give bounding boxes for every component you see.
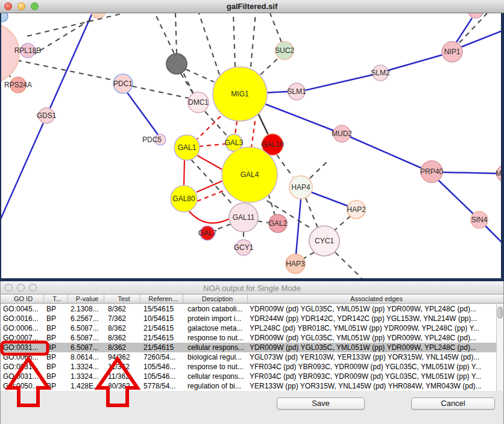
node-gray[interactable] (166, 54, 187, 74)
edge (251, 121, 255, 148)
table-row[interactable]: GO:0065...BP8.0614...94/3627260/54...bio… (1, 352, 496, 362)
node-top-peach[interactable] (91, 13, 106, 18)
cell-test: 8/362 (104, 343, 140, 352)
column-header-description[interactable]: Desciption (183, 295, 248, 304)
noa-titlebar: NOA output for Single Mode (1, 281, 503, 295)
table-header: GO ID T... P-value Test Referen... Desci… (1, 295, 503, 304)
node-circle[interactable] (468, 13, 484, 18)
cell-description: cellular respons... (183, 372, 248, 381)
cell-go-id: GO:0031... (1, 343, 44, 352)
node-circle[interactable] (166, 54, 187, 74)
cell-reference: 5778/54... (140, 381, 183, 391)
node-dmc1[interactable]: DMC1 (188, 92, 209, 113)
table-row[interactable]: GO:0016...BP6.2567...7/36210/54615protei… (1, 314, 496, 323)
cell-test: 80/362 (104, 381, 140, 391)
cell-p-value: 6.5087... (68, 333, 104, 343)
node-slm1[interactable]: SLM1 (287, 83, 306, 100)
cell-type: BP (44, 372, 68, 381)
node-label: SIN4 (471, 216, 488, 224)
node-label: RPS24A (4, 81, 32, 89)
cell-type: BP (44, 304, 68, 314)
save-button[interactable]: Save (277, 398, 365, 410)
node-gal80[interactable]: GAL80 (171, 186, 197, 212)
edge (311, 192, 348, 206)
node-mig1[interactable]: MIG1 (213, 67, 267, 121)
node-gds1[interactable]: GDS1 (37, 108, 57, 123)
scrollbar-thumb[interactable] (497, 307, 503, 319)
node-gal7[interactable]: GAL7 (198, 226, 217, 240)
column-header-test[interactable]: Test (104, 295, 140, 304)
cell-description: regulation of bi... (183, 381, 248, 391)
node-gcy1[interactable]: GCY1 (234, 240, 254, 255)
node-suc2[interactable]: SUC2 (275, 42, 294, 60)
table-row[interactable]: GO:0050...BP1.428E...80/3625778/54...reg… (1, 381, 496, 391)
node-label: PRP40 (420, 167, 443, 176)
network-canvas[interactable]: RPL18BRPS24AGDS1PDC1PDC5DMC1MIG1SUC2SLM1… (0, 13, 504, 278)
cell-type: BP (44, 314, 68, 323)
cancel-button[interactable]: Cancel (411, 398, 495, 410)
table-row[interactable]: GO:0045...BP2.1308...8/36215/54615carbon… (1, 304, 496, 314)
edge (270, 13, 282, 42)
node-cyc1[interactable]: CYC1 (309, 226, 339, 256)
node-nip1[interactable]: NIP1 (442, 42, 462, 62)
table-row[interactable]: GO:0007...BP6.5087...8/36221/54615respon… (1, 333, 496, 343)
table-row[interactable]: GO:0031...BP1.3324...11/362105/546...res… (1, 362, 496, 372)
column-header-p-value[interactable]: P-value (68, 295, 104, 304)
cell-p-value: 6.2567... (68, 314, 104, 323)
cell-associated-edges: YPL248C (pd) YBR018C, YML051W (pp) YDR00… (248, 323, 495, 333)
node-hap4[interactable]: HAP4 (289, 176, 312, 199)
node-label: RPL18B (14, 46, 42, 55)
node-gal4[interactable]: GAL4 (222, 147, 277, 202)
edge (235, 121, 237, 134)
table-row[interactable]: GO:0031...BP6.5087...8/36221/54615cellul… (1, 343, 496, 352)
table-scrollbar[interactable] (496, 304, 503, 391)
column-header-go-id[interactable]: GO ID (1, 295, 44, 304)
cell-type: BP (44, 323, 68, 333)
node-pdc1[interactable]: PDC1 (113, 74, 133, 93)
node-prp40[interactable]: PRP40 (420, 161, 443, 182)
edge (461, 30, 504, 47)
column-header-type[interactable]: T... (44, 295, 68, 304)
cell-go-id: GO:0031... (1, 362, 44, 372)
node-circle[interactable] (0, 13, 8, 22)
network-window-titlebar: galFiltered.sif (0, 0, 504, 13)
node-circle[interactable] (91, 13, 106, 18)
edge (438, 180, 473, 214)
node-pdc5[interactable]: PDC5 (142, 134, 166, 145)
node-label: GAL10 (261, 140, 284, 149)
node-hap3[interactable]: HAP3 (286, 254, 305, 273)
column-header-associated-edges[interactable]: Associated edges (248, 295, 503, 304)
node-corner-blue[interactable] (0, 13, 8, 22)
node-gal2[interactable]: GAL2 (269, 214, 288, 232)
node-slm2[interactable]: SLM2 (371, 65, 390, 81)
node-sin4[interactable]: SIN4 (471, 211, 488, 228)
node-label: DMC1 (188, 98, 209, 107)
edge (277, 155, 293, 177)
node-label: GAL11 (233, 213, 255, 222)
cell-p-value: 2.1308... (68, 304, 104, 314)
node-msl1[interactable]: MSL1 (496, 165, 504, 182)
cell-associated-edges: YFR034C (pd) YBR093C, YDR009W (pd) YGL03… (248, 362, 495, 372)
cell-associated-edges: YDR009W (pd) YGL035C, YML051W (pp) YDR00… (248, 333, 495, 343)
column-header-reference[interactable]: Referen... (140, 295, 183, 304)
node-label: SLM2 (371, 69, 390, 77)
table-row[interactable]: GO:0031...BP1.3324...11/362105/546...cel… (1, 372, 496, 381)
node-label: HAP3 (286, 260, 305, 268)
node-gal1[interactable]: GAL1 (174, 135, 200, 160)
cell-test: 8/362 (104, 333, 140, 343)
edge (264, 104, 334, 131)
node-rps24a[interactable]: RPS24A (4, 77, 32, 93)
cell-test: 8/362 (104, 304, 140, 314)
results-table: GO:0045...BP2.1308...8/36215/54615carbon… (1, 304, 496, 391)
edge (17, 60, 113, 80)
node-top-right-pink[interactable] (468, 13, 484, 18)
node-gal11[interactable]: GAL11 (229, 203, 258, 232)
node-mud2[interactable]: MUD2 (332, 125, 352, 142)
table-row[interactable]: GO:0006...BP6.5087...8/36221/54615galact… (1, 323, 496, 333)
cell-test: 7/362 (104, 314, 140, 323)
window-title: galFiltered.sif (0, 2, 504, 11)
cell-description: protein import i... (183, 314, 248, 323)
node-label: SLM1 (287, 87, 306, 96)
cell-associated-edges: YFR034C (pd) YBR093C, YDR009W (pd) YGL03… (248, 372, 495, 381)
node-hap2[interactable]: HAP2 (347, 201, 366, 219)
